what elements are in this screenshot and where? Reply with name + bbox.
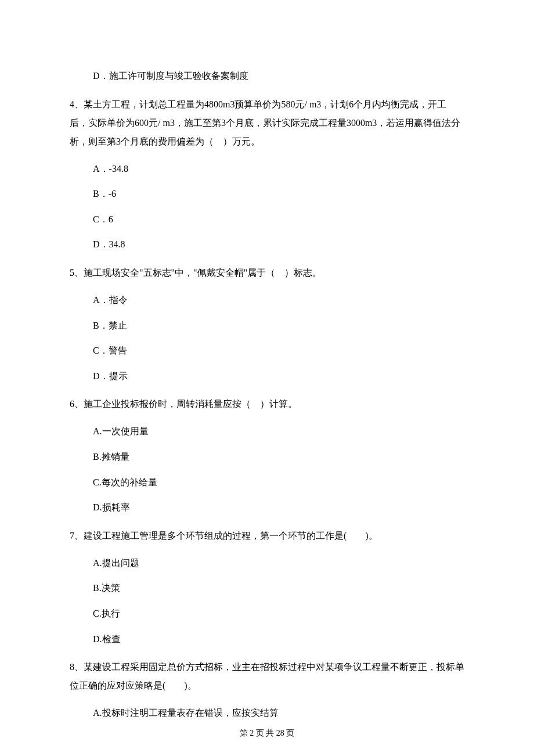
q5-option-a: A．指令 xyxy=(93,293,464,308)
page-container: D．施工许可制度与竣工验收备案制度 4、某土方工程，计划总工程量为4800m3预… xyxy=(0,0,534,756)
q3-option-d: D．施工许可制度与竣工验收备案制度 xyxy=(93,69,464,84)
q6-option-c: C.每次的补给量 xyxy=(93,475,464,490)
q8-option-a: A.投标时注明工程量表存在错误，应按实结算 xyxy=(93,705,464,721)
q6-option-d: D.损耗率 xyxy=(93,500,464,515)
q5-option-b: B．禁止 xyxy=(93,318,464,333)
q4-option-a: A．-34.8 xyxy=(93,161,464,177)
q7-stem: 7、建设工程施工管理是多个环节组成的过程，第一个环节的工作是( )。 xyxy=(70,527,464,545)
q6-option-a: A.一次使用量 xyxy=(93,424,464,439)
q6-option-b: B.摊销量 xyxy=(93,449,464,465)
q7-option-b: B.决策 xyxy=(93,581,464,596)
q7-option-c: C.执行 xyxy=(93,606,464,621)
q6-stem: 6、施工企业投标报价时，周转消耗量应按（ ）计算。 xyxy=(70,395,464,413)
q4-option-c: C．6 xyxy=(93,212,464,227)
q4-option-b: B．-6 xyxy=(93,186,464,201)
q5-stem: 5、施工现场安全"五标志"中，"佩戴安全帽"属于（ ）标志。 xyxy=(70,264,464,282)
q8-stem: 8、某建设工程采用固定总价方式招标，业主在招投标过程中对某项争议工程量不断更正，… xyxy=(70,658,464,695)
page-footer: 第 2 页 共 28 页 xyxy=(0,728,534,739)
q4-stem: 4、某土方工程，计划总工程量为4800m3预算单价为580元/ m3，计划6个月… xyxy=(70,95,464,151)
q5-option-d: D．提示 xyxy=(93,369,464,384)
q7-option-d: D.检查 xyxy=(93,632,464,647)
q7-option-a: A.提出问题 xyxy=(93,556,464,571)
q4-option-d: D．34.8 xyxy=(93,237,464,252)
q5-option-c: C．警告 xyxy=(93,343,464,358)
